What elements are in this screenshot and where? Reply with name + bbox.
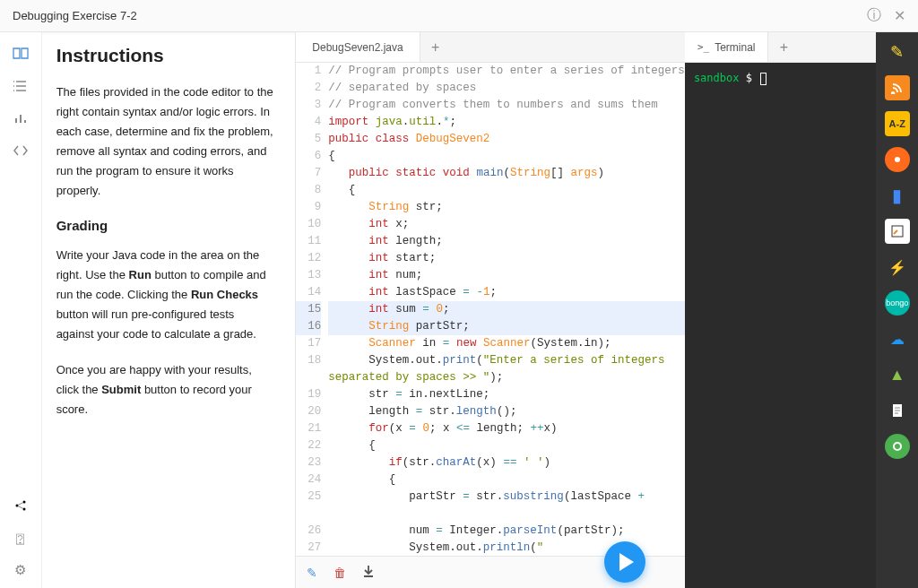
book-open-icon[interactable] — [12, 45, 30, 63]
code-editor[interactable]: 123456789101112131415161718 192021222324… — [296, 63, 685, 556]
left-rail: ⍰ ⚙ — [0, 32, 42, 588]
edit-pencil-icon[interactable]: ✎ — [307, 566, 317, 580]
terminal-body[interactable]: sandbox $ — [685, 63, 877, 588]
terminal-prompt-text: sandbox — [694, 72, 740, 84]
browser-icon[interactable] — [885, 147, 910, 172]
rss-icon[interactable] — [885, 75, 910, 100]
delete-trash-icon[interactable]: 🗑 — [333, 566, 346, 580]
editor-panel: DebugSeven2.java + 123456789101112131415… — [295, 32, 685, 588]
terminal-prompt-icon: >_ — [697, 41, 709, 53]
window-title: Debugging Exercise 7-2 — [13, 9, 867, 22]
chart-icon[interactable] — [12, 109, 30, 127]
drive-icon[interactable]: ▲ — [885, 362, 910, 387]
terminal-tab[interactable]: >_ Terminal — [685, 32, 769, 62]
lightning-icon[interactable]: ⚡ — [885, 255, 910, 280]
settings-gear-icon[interactable]: ⚙ — [12, 561, 30, 579]
sticky-note-icon[interactable] — [885, 219, 910, 244]
bongo-icon[interactable]: bongo — [885, 290, 910, 316]
instructions-heading: Instructions — [56, 45, 274, 66]
instructions-panel: Instructions The files provided in the c… — [42, 32, 296, 588]
code-icon[interactable] — [12, 142, 30, 160]
help-icon[interactable]: ⍰ — [12, 529, 30, 547]
share-icon[interactable] — [12, 497, 30, 514]
terminal-tab-label: Terminal — [714, 41, 755, 54]
grading-heading: Grading — [56, 218, 274, 233]
terminal-panel: >_ Terminal + sandbox $ — [685, 32, 877, 588]
circle-icon[interactable] — [885, 434, 910, 459]
highlighter-icon[interactable]: ✎ — [885, 39, 910, 65]
add-terminal-button[interactable]: + — [768, 32, 799, 62]
add-tab-button[interactable]: + — [420, 32, 451, 62]
titlebar: Debugging Exercise 7-2 ⓘ ✕ — [0, 0, 918, 32]
run-button[interactable] — [604, 541, 645, 583]
grading-para2: Once you are happy with your results, cl… — [56, 360, 274, 419]
terminal-cursor — [760, 73, 766, 85]
az-icon[interactable]: A-Z — [885, 111, 910, 136]
notebook-icon[interactable]: ▮ — [885, 183, 910, 208]
instructions-para1: The files provided in the code editor to… — [56, 82, 274, 202]
editor-tab-file[interactable]: DebugSeven2.java — [296, 32, 420, 62]
close-icon[interactable]: ✕ — [894, 7, 905, 24]
right-rail: ✎ A-Z ▮ ⚡ bongo ☁ ▲ — [876, 32, 918, 588]
editor-tabs: DebugSeven2.java + — [296, 32, 685, 63]
download-icon[interactable] — [362, 565, 375, 580]
svg-point-3 — [895, 157, 900, 162]
document-icon[interactable] — [885, 398, 910, 423]
svg-point-6 — [894, 443, 901, 450]
grading-para1: Write your Java code in the area on the … — [56, 246, 274, 344]
list-icon[interactable] — [12, 77, 30, 95]
terminal-dollar: $ — [746, 72, 752, 84]
cloud-icon[interactable]: ☁ — [885, 326, 910, 351]
info-icon[interactable]: ⓘ — [867, 6, 881, 25]
